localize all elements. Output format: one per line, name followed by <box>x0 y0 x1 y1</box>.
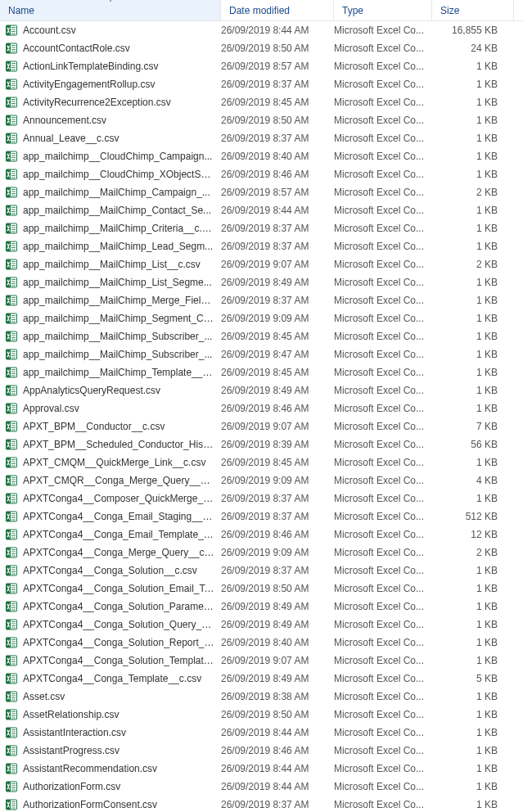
file-date-cell: 26/09/2019 8:46 AM <box>221 403 334 414</box>
file-name-cell: ActionLinkTemplateBinding.csv <box>5 60 221 73</box>
file-name-label: app_mailchimp__MailChimp_Template__c... <box>23 367 221 378</box>
file-row[interactable]: Annual_Leave__c.csv26/09/2019 8:37 AMMic… <box>0 129 523 147</box>
file-date-cell: 26/09/2019 8:57 AM <box>221 61 334 72</box>
file-row[interactable]: APXTConga4__Conga_Solution_Email_Te...26… <box>0 580 523 598</box>
file-row[interactable]: APXT_CMQM__QuickMerge_Link__c.csv26/09/2… <box>0 453 523 471</box>
file-row[interactable]: AccountContactRole.csv26/09/2019 8:50 AM… <box>0 39 523 57</box>
file-size-cell: 1 KB <box>432 583 506 594</box>
column-header-size[interactable]: Size <box>432 0 514 20</box>
file-type-cell: Microsoft Excel Co... <box>334 511 432 522</box>
file-row[interactable]: APXTConga4__Conga_Email_Template__c...26… <box>0 526 523 544</box>
file-name-label: Announcement.csv <box>23 115 221 126</box>
file-type-cell: Microsoft Excel Co... <box>334 691 432 702</box>
column-header-row: Name ˄ Date modified Type Size <box>0 0 523 21</box>
file-date-cell: 26/09/2019 8:45 AM <box>221 367 334 378</box>
file-row[interactable]: AssistantRecommendation.csv26/09/2019 8:… <box>0 760 523 778</box>
file-row[interactable]: AssistantProgress.csv26/09/2019 8:46 AMM… <box>0 742 523 760</box>
file-row[interactable]: APXTConga4__Conga_Solution_Paramete...26… <box>0 598 523 616</box>
file-row[interactable]: ActivityEngagementRollup.csv26/09/2019 8… <box>0 75 523 93</box>
file-date-cell: 26/09/2019 8:49 AM <box>221 277 334 288</box>
file-row[interactable]: Account.csv26/09/2019 8:44 AMMicrosoft E… <box>0 21 523 39</box>
file-row[interactable]: APXTConga4__Conga_Solution_Query__c....2… <box>0 616 523 634</box>
file-row[interactable]: APXTConga4__Conga_Solution__c.csv26/09/2… <box>0 562 523 580</box>
file-name-label: APXTConga4__Conga_Merge_Query__c.csv <box>23 547 221 558</box>
file-row[interactable]: app_mailchimp__MailChimp_Template__c...2… <box>0 363 523 381</box>
excel-file-icon <box>5 330 18 343</box>
file-row[interactable]: Approval.csv26/09/2019 8:46 AMMicrosoft … <box>0 399 523 417</box>
file-row[interactable]: app_mailchimp__MailChimp_List_Segme...26… <box>0 273 523 291</box>
file-date-cell: 26/09/2019 8:44 AM <box>221 763 334 774</box>
file-row[interactable]: APXT_CMQR__Conga_Merge_Query__c.csv26/09… <box>0 471 523 489</box>
file-name-label: APXTConga4__Conga_Email_Staging__c.csv <box>23 511 221 522</box>
file-type-cell: Microsoft Excel Co... <box>334 709 432 720</box>
file-row[interactable]: app_mailchimp__MailChimp_Contact_Se...26… <box>0 201 523 219</box>
file-size-cell: 1 KB <box>432 313 506 324</box>
sort-ascending-icon: ˄ <box>109 0 112 7</box>
file-date-cell: 26/09/2019 8:37 AM <box>221 133 334 144</box>
file-size-cell: 1 KB <box>432 79 506 90</box>
file-name-label: Approval.csv <box>23 403 221 414</box>
file-row[interactable]: app_mailchimp__MailChimp_List__c.csv26/0… <box>0 255 523 273</box>
file-row[interactable]: AuthorizationForm.csv26/09/2019 8:44 AMM… <box>0 778 523 796</box>
file-row[interactable]: app_mailchimp__MailChimp_Lead_Segm...26/… <box>0 237 523 255</box>
file-row[interactable]: APXTConga4__Conga_Solution_Template...26… <box>0 652 523 670</box>
file-row[interactable]: AppAnalyticsQueryRequest.csv26/09/2019 8… <box>0 381 523 399</box>
file-name-cell: APXTConga4__Conga_Email_Staging__c.csv <box>5 510 221 523</box>
file-row[interactable]: app_mailchimp__CloudChimp_XObjectSe...26… <box>0 165 523 183</box>
file-row[interactable]: app_mailchimp__MailChimp_Subscriber_...2… <box>0 345 523 363</box>
file-date-cell: 26/09/2019 8:40 AM <box>221 151 334 162</box>
file-name-label: APXT_CMQM__QuickMerge_Link__c.csv <box>23 457 221 468</box>
file-row[interactable]: APXT_BPM__Scheduled_Conductor_Histor...2… <box>0 435 523 453</box>
excel-file-icon <box>5 708 18 721</box>
excel-file-icon <box>5 798 18 811</box>
column-header-date[interactable]: Date modified <box>221 0 334 20</box>
file-name-label: app_mailchimp__MailChimp_Contact_Se... <box>23 205 221 216</box>
file-row[interactable]: APXTConga4__Conga_Email_Staging__c.csv26… <box>0 508 523 526</box>
file-row[interactable]: APXTConga4__Conga_Merge_Query__c.csv26/0… <box>0 544 523 562</box>
excel-file-icon <box>5 240 18 253</box>
file-row[interactable]: app_mailchimp__MailChimp_Criteria__c.csv… <box>0 219 523 237</box>
file-type-cell: Microsoft Excel Co... <box>334 529 432 540</box>
file-row[interactable]: ActionLinkTemplateBinding.csv26/09/2019 … <box>0 57 523 75</box>
file-name-label: app_mailchimp__MailChimp_Campaign_... <box>23 187 221 198</box>
file-row[interactable]: APXT_BPM__Conductor__c.csv26/09/2019 9:0… <box>0 417 523 435</box>
file-row[interactable]: AssistantInteraction.csv26/09/2019 8:44 … <box>0 724 523 742</box>
file-row[interactable]: AssetRelationship.csv26/09/2019 8:50 AMM… <box>0 706 523 724</box>
excel-file-icon <box>5 402 18 415</box>
file-row[interactable]: APXTConga4__Composer_QuickMerge__c....26… <box>0 489 523 508</box>
file-type-cell: Microsoft Excel Co... <box>334 313 432 324</box>
file-name-cell: APXTConga4__Conga_Email_Template__c... <box>5 528 221 541</box>
file-type-cell: Microsoft Excel Co... <box>334 745 432 756</box>
file-row[interactable]: app_mailchimp__MailChimp_Subscriber_...2… <box>0 327 523 345</box>
file-row[interactable]: AuthorizationFormConsent.csv26/09/2019 8… <box>0 796 523 812</box>
excel-file-icon <box>5 186 18 199</box>
file-name-label: APXTConga4__Conga_Solution__c.csv <box>23 565 221 576</box>
column-header-type[interactable]: Type <box>334 0 432 20</box>
file-size-cell: 1 KB <box>432 619 506 630</box>
file-name-cell: AccountContactRole.csv <box>5 42 221 55</box>
file-type-cell: Microsoft Excel Co... <box>334 79 432 90</box>
file-name-label: AssistantProgress.csv <box>23 745 221 756</box>
file-name-label: app_mailchimp__MailChimp_Segment_Cr... <box>23 313 221 324</box>
file-row[interactable]: app_mailchimp__MailChimp_Segment_Cr...26… <box>0 309 523 327</box>
file-name-cell: app_mailchimp__MailChimp_Lead_Segm... <box>5 240 221 253</box>
file-name-cell: ActivityRecurrence2Exception.csv <box>5 96 221 109</box>
column-header-name[interactable]: Name ˄ <box>0 0 221 20</box>
file-row[interactable]: app_mailchimp__CloudChimp_Campaign...26/… <box>0 147 523 165</box>
file-row[interactable]: app_mailchimp__MailChimp_Campaign_...26/… <box>0 183 523 201</box>
file-row[interactable]: Announcement.csv26/09/2019 8:50 AMMicros… <box>0 111 523 129</box>
file-row[interactable]: APXTConga4__Conga_Solution_Report__c...2… <box>0 634 523 652</box>
file-type-cell: Microsoft Excel Co... <box>334 133 432 144</box>
file-name-label: APXTConga4__Conga_Template__c.csv <box>23 673 221 684</box>
file-name-label: AuthorizationForm.csv <box>23 781 221 792</box>
file-size-cell: 24 KB <box>432 43 506 54</box>
file-row[interactable]: app_mailchimp__MailChimp_Merge_Field...2… <box>0 291 523 309</box>
excel-file-icon <box>5 618 18 631</box>
file-size-cell: 1 KB <box>432 637 506 648</box>
file-row[interactable]: Asset.csv26/09/2019 8:38 AMMicrosoft Exc… <box>0 688 523 706</box>
file-row[interactable]: APXTConga4__Conga_Template__c.csv26/09/2… <box>0 670 523 688</box>
file-size-cell: 2 KB <box>432 259 506 270</box>
file-size-cell: 2 KB <box>432 187 506 198</box>
file-name-cell: ActivityEngagementRollup.csv <box>5 78 221 91</box>
file-row[interactable]: ActivityRecurrence2Exception.csv26/09/20… <box>0 93 523 111</box>
